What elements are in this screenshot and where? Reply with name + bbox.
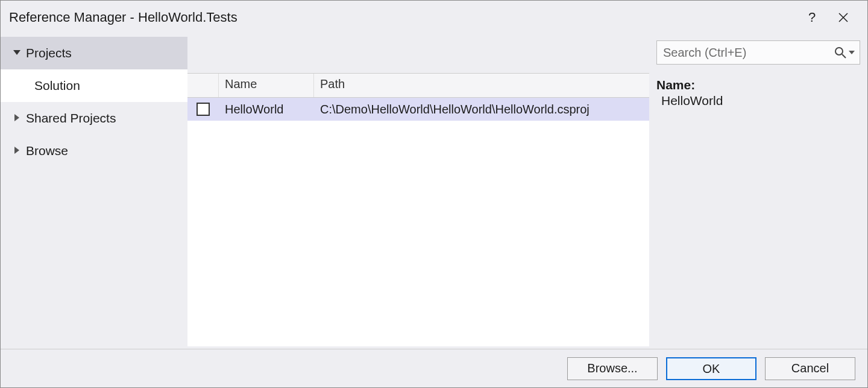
close-icon [838, 12, 849, 23]
search-icon-group[interactable] [834, 46, 855, 59]
sidebar: Projects Solution Shared Projects Browse [1, 34, 187, 349]
dialog-body: Projects Solution Shared Projects Browse… [1, 34, 867, 349]
svg-line-3 [842, 54, 846, 58]
sidebar-item-label: Shared Projects [26, 111, 116, 126]
column-path[interactable]: Path [314, 74, 649, 97]
table-header: Name Path [187, 74, 649, 98]
search-input[interactable] [662, 45, 834, 60]
sidebar-item-label: Projects [26, 46, 72, 60]
dialog-footer: Browse... OK Cancel [1, 349, 867, 387]
row-path: C:\Demo\HelloWorld\HelloWorld\HelloWorld… [314, 103, 649, 116]
sidebar-item-solution[interactable]: Solution [1, 69, 187, 102]
svg-marker-4 [849, 51, 855, 54]
reference-manager-dialog: Reference Manager - HelloWorld.Tests ? P… [0, 0, 868, 388]
dialog-title: Reference Manager - HelloWorld.Tests [9, 10, 237, 25]
search-icon [834, 46, 846, 59]
table-row[interactable]: HelloWorld C:\Demo\HelloWorld\HelloWorld… [187, 98, 649, 121]
sidebar-item-shared-projects[interactable]: Shared Projects [1, 102, 187, 135]
sidebar-item-label: Solution [34, 78, 80, 93]
detail-name-value: HelloWorld [656, 94, 860, 108]
ok-button[interactable]: OK [666, 357, 756, 380]
column-checkbox[interactable] [187, 74, 219, 97]
help-icon: ? [808, 10, 816, 25]
chevron-right-icon [11, 113, 22, 123]
sidebar-item-label: Browse [26, 144, 68, 158]
browse-button[interactable]: Browse... [567, 357, 658, 380]
column-name[interactable]: Name [219, 74, 314, 97]
chevron-down-icon [849, 49, 855, 56]
projects-table: Name Path HelloWorld C:\Demo\HelloWorld\… [187, 73, 649, 346]
titlebar: Reference Manager - HelloWorld.Tests ? [1, 1, 867, 34]
details-panel: Name: HelloWorld [649, 34, 867, 349]
sidebar-item-browse[interactable]: Browse [1, 135, 187, 167]
row-name: HelloWorld [219, 103, 314, 116]
detail-name-label: Name: [656, 78, 860, 92]
row-checkbox-cell[interactable] [187, 103, 219, 116]
checkbox-icon[interactable] [197, 103, 210, 116]
svg-point-2 [835, 48, 843, 55]
help-button[interactable]: ? [796, 1, 828, 34]
close-button[interactable] [828, 1, 859, 34]
projects-list-panel: Name Path HelloWorld C:\Demo\HelloWorld\… [187, 37, 649, 346]
chevron-right-icon [11, 146, 22, 156]
sidebar-item-projects[interactable]: Projects [1, 37, 187, 69]
chevron-down-icon [11, 48, 22, 58]
cancel-button[interactable]: Cancel [765, 357, 855, 380]
search-box[interactable] [656, 40, 860, 65]
panel-top-strip [187, 37, 649, 73]
